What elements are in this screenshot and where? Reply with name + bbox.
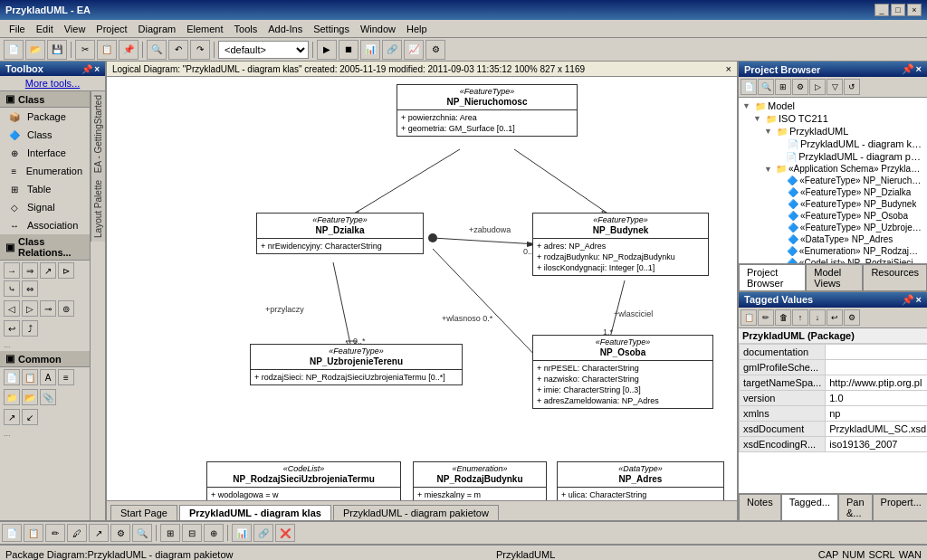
- common-icon-6[interactable]: 📂: [22, 389, 38, 405]
- tv-tab-notes[interactable]: Notes: [739, 494, 781, 520]
- stop-btn[interactable]: ⏹: [339, 40, 358, 60]
- toolbox-item-table[interactable]: ⊞ Table: [0, 180, 90, 198]
- tv-tab-propert[interactable]: Propert...: [873, 494, 927, 520]
- uml-box-rodzajsieci[interactable]: «CodeList» NP_RodzajSieciUzbrojeniaTermu…: [206, 461, 401, 500]
- tv-val-xsdencoding[interactable]: iso19136_2007: [826, 436, 927, 451]
- tree-diagram-klas[interactable]: 📄 PrzykladUML - diagram klas: [741, 138, 925, 150]
- bt-btn12[interactable]: 🔗: [253, 524, 273, 542]
- tagged-values-controls[interactable]: 📌 ×: [902, 294, 922, 306]
- relation-icon-9[interactable]: ⊸: [40, 300, 56, 317]
- common-icon-9[interactable]: ↙: [22, 409, 38, 425]
- pb-tab-modelviews[interactable]: Model Views: [806, 264, 863, 290]
- bt-btn6[interactable]: ⚙: [110, 524, 130, 542]
- bt-btn7[interactable]: 🔍: [132, 524, 152, 542]
- pb-settings-btn[interactable]: ⚙: [792, 79, 808, 95]
- relation-icon-12[interactable]: ⤴: [22, 320, 38, 337]
- common-icon-2[interactable]: 📋: [22, 369, 38, 385]
- relation-icon-11[interactable]: ↩: [4, 320, 20, 337]
- tv-val-xsddoc[interactable]: PrzykladUML_SC.xsd: [826, 421, 927, 436]
- menu-file[interactable]: File: [4, 23, 31, 35]
- search-btn[interactable]: 🔍: [147, 40, 167, 60]
- pb-search-btn[interactable]: 🔍: [758, 79, 774, 95]
- common-icon-3[interactable]: A: [40, 369, 56, 385]
- uml-box-dzialka[interactable]: «FeatureType» NP_Dzialka + nrEwidencyjny…: [256, 213, 424, 254]
- project-browser-controls[interactable]: 📌 ×: [902, 63, 922, 75]
- bt-btn8[interactable]: ⊞: [160, 524, 180, 542]
- relation-icon-10[interactable]: ⊚: [58, 300, 74, 317]
- tree-isotc211[interactable]: ▼ 📁 ISO TC211: [741, 112, 925, 125]
- tv-val-version[interactable]: 1.0: [826, 390, 927, 405]
- tab-diagram-pakietow[interactable]: PrzykladUML - diagram pakietow: [333, 505, 499, 520]
- undo-btn[interactable]: ↶: [168, 40, 188, 60]
- tv-close-icon[interactable]: ×: [916, 294, 922, 306]
- toolbox-item-interface[interactable]: ⊕ Interface: [0, 144, 90, 162]
- tv-val-documentation[interactable]: [826, 344, 927, 359]
- tv-tb-btn2[interactable]: ✏: [758, 309, 774, 326]
- tv-tb-btn6[interactable]: ↩: [827, 309, 843, 326]
- tb1-btn[interactable]: 📊: [360, 40, 380, 60]
- bt-btn1[interactable]: 📄: [2, 524, 22, 542]
- class-relations-section-header[interactable]: ▣ Class Relations...: [0, 234, 90, 261]
- pb-collapse-btn[interactable]: ▽: [827, 79, 843, 95]
- tv-val-targetns[interactable]: http://www.ptip.org.pl: [826, 375, 927, 390]
- relation-icon-8[interactable]: ▷: [22, 300, 38, 317]
- cut-btn[interactable]: ✂: [75, 40, 95, 60]
- tree-budynek[interactable]: 🔷 «FeatureType» NP_Budynek: [741, 198, 925, 210]
- common-icon-5[interactable]: 📁: [4, 389, 20, 405]
- uml-box-uzbrojenie[interactable]: «FeatureType» NP_UzbrojenieTerenu + rodz…: [250, 344, 463, 385]
- tv-tb-btn7[interactable]: ⚙: [844, 309, 860, 326]
- tv-val-gmlprofile[interactable]: [826, 359, 927, 375]
- open-btn[interactable]: 📂: [25, 40, 45, 60]
- tree-dzialka[interactable]: 🔷 «FeatureType» NP_Dzialka: [741, 186, 925, 198]
- close-button[interactable]: ×: [907, 4, 922, 16]
- maximize-button[interactable]: □: [891, 4, 905, 16]
- relation-icon-6[interactable]: ⇔: [22, 280, 38, 297]
- bt-btn2[interactable]: 📋: [24, 524, 43, 542]
- save-btn[interactable]: 💾: [47, 40, 67, 60]
- menu-window[interactable]: Window: [355, 23, 401, 35]
- tree-diagram-pakietow[interactable]: 📄 PrzykladUML - diagram pakietow: [741, 150, 925, 163]
- pb-new-btn[interactable]: 📄: [741, 79, 757, 95]
- pb-tab-browser[interactable]: Project Browser: [739, 264, 806, 290]
- tree-model[interactable]: ▼ 📁 Model: [741, 100, 925, 112]
- relation-icon-2[interactable]: ⇒: [22, 262, 38, 279]
- relation-icon-4[interactable]: ⊳: [58, 262, 74, 279]
- relation-icon-1[interactable]: →: [4, 262, 20, 279]
- toolbox-item-association[interactable]: ↔ Association: [0, 216, 90, 234]
- menu-addins[interactable]: Add-Ins: [263, 23, 308, 35]
- menu-edit[interactable]: Edit: [31, 23, 59, 35]
- common-icon-4[interactable]: ≡: [58, 369, 74, 385]
- tb4-btn[interactable]: ⚙: [425, 40, 445, 60]
- tree-appschema[interactable]: ▼ 📁 «Application Schema» PrzykladUML: [741, 163, 925, 175]
- uml-box-adres[interactable]: «DataType» NP_Adres + ulica: CharacterSt…: [557, 461, 724, 500]
- tv-tab-tagged[interactable]: Tagged...: [781, 494, 838, 520]
- common-icon-7[interactable]: 📎: [40, 389, 56, 405]
- pb-pin-icon[interactable]: 📌: [902, 63, 914, 75]
- pb-close-icon[interactable]: ×: [916, 63, 922, 75]
- copy-btn[interactable]: 📋: [97, 40, 117, 60]
- tree-adres[interactable]: 🔷 «DataType» NP_Adres: [741, 233, 925, 245]
- relation-icon-5[interactable]: ⤷: [4, 280, 20, 297]
- tv-val-xmlns[interactable]: np: [826, 405, 927, 421]
- class-section-header[interactable]: ▣ Class: [0, 91, 90, 108]
- tree-uzbrojenie[interactable]: 🔷 «FeatureType» NP_Uzbrojen...: [741, 222, 925, 233]
- schema-dropdown[interactable]: <default>: [218, 41, 309, 59]
- more-tools-link[interactable]: More tools...: [0, 76, 105, 91]
- diagram-canvas[interactable]: +zabudowa 0..* +przylaczy 0..* +wlasnoso…: [107, 77, 737, 500]
- bt-btn13[interactable]: ❌: [275, 524, 295, 542]
- relation-icon-3[interactable]: ↗: [40, 262, 56, 279]
- diagram-scroll[interactable]: +zabudowa 0..* +przylaczy 0..* +wlasnoso…: [107, 77, 737, 500]
- menu-diagram[interactable]: Diagram: [133, 23, 182, 35]
- uml-box-rodzajbudynku[interactable]: «Enumeration» NP_RodzajBudynku + mieszka…: [413, 461, 547, 500]
- tv-tb-btn1[interactable]: 📋: [741, 309, 757, 326]
- menu-view[interactable]: View: [59, 23, 91, 35]
- uml-box-nieruchomosc[interactable]: «FeatureType» NP_Nieruchomosc + powierzc…: [397, 84, 578, 137]
- pb-refresh-btn[interactable]: ↺: [844, 79, 860, 95]
- bt-btn3[interactable]: ✏: [45, 524, 65, 542]
- menu-help[interactable]: Help: [401, 23, 433, 35]
- tree-nieruchomosc[interactable]: 🔷 «FeatureType» NP_Nieruchom...: [741, 175, 925, 186]
- paste-btn[interactable]: 📌: [119, 40, 139, 60]
- toolbox-item-class[interactable]: 🔷 Class: [0, 126, 90, 144]
- menu-tools[interactable]: Tools: [229, 23, 263, 35]
- tb2-btn[interactable]: 🔗: [382, 40, 402, 60]
